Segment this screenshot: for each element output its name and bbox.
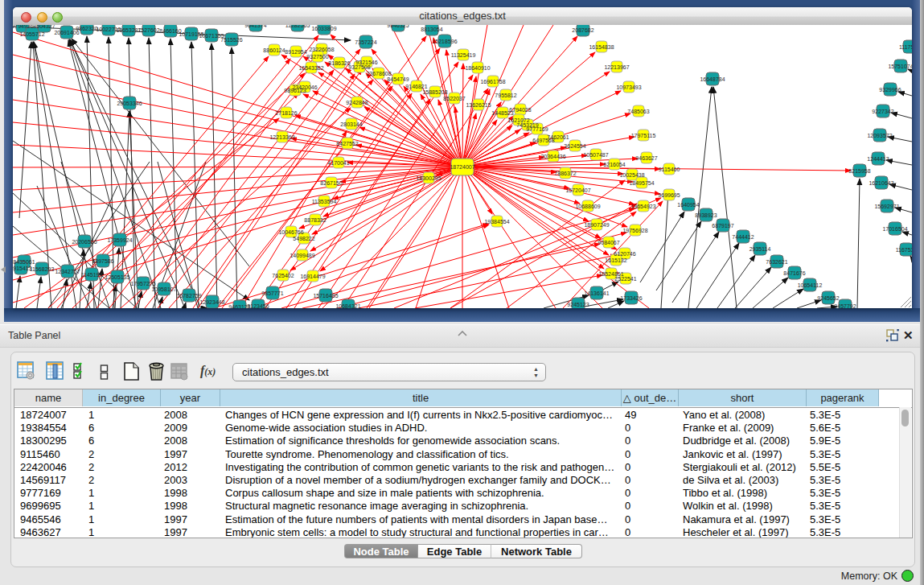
- svg-text:9457792: 9457792: [834, 303, 856, 309]
- svg-text:9327500: 9327500: [306, 54, 328, 60]
- svg-text:1244413: 1244413: [867, 156, 889, 162]
- svg-text:16210643: 16210643: [869, 180, 893, 186]
- svg-text:8435061: 8435061: [13, 259, 35, 265]
- svg-text:2522541: 2522541: [614, 276, 636, 282]
- svg-text:17975115: 17975115: [631, 133, 656, 138]
- svg-text:16154838: 16154838: [589, 44, 614, 50]
- svg-text:9245123: 9245123: [567, 302, 589, 307]
- svg-text:18724007: 18724007: [450, 164, 474, 170]
- svg-text:2087682: 2087682: [572, 27, 593, 33]
- svg-text:8938923: 8938923: [695, 212, 717, 218]
- svg-text:11282565: 11282565: [285, 25, 310, 28]
- svg-text:10046766: 10046766: [278, 229, 303, 235]
- svg-text:10973493: 10973493: [616, 84, 641, 90]
- svg-text:7632621: 7632621: [766, 259, 787, 265]
- svg-text:1527602: 1527602: [138, 27, 159, 33]
- svg-text:2935114: 2935114: [749, 246, 771, 252]
- svg-text:18495754: 18495754: [629, 180, 654, 186]
- svg-text:9641374: 9641374: [244, 25, 266, 28]
- svg-text:16782759: 16782759: [176, 293, 201, 299]
- svg-text:7955812: 7955812: [495, 93, 516, 98]
- svg-text:9699695: 9699695: [658, 192, 680, 198]
- svg-text:7444412: 7444412: [732, 234, 754, 240]
- svg-text:13626215: 13626215: [466, 102, 491, 108]
- svg-text:9245652: 9245652: [817, 295, 839, 301]
- svg-text:12093572: 12093572: [867, 133, 892, 138]
- svg-text:16543382: 16543382: [298, 65, 323, 71]
- svg-text:9329966: 9329966: [879, 87, 901, 93]
- svg-text:6120746: 6120746: [614, 251, 635, 257]
- svg-text:9794926: 9794926: [13, 25, 34, 29]
- svg-text:12213369: 12213369: [269, 134, 294, 140]
- svg-text:14099489: 14099489: [290, 253, 314, 258]
- svg-text:9896123: 9896123: [284, 88, 306, 93]
- svg-text:16648784: 16648784: [700, 76, 725, 82]
- svg-text:1145194: 1145194: [81, 272, 103, 278]
- svg-text:9546325: 9546325: [387, 25, 409, 28]
- svg-text:17359924: 17359924: [107, 237, 132, 243]
- svg-text:29053346: 29053346: [117, 101, 142, 106]
- svg-text:11353594: 11353594: [312, 199, 337, 204]
- svg-text:7515526: 7515526: [220, 37, 242, 43]
- svg-text:8186326: 8186326: [328, 60, 350, 66]
- svg-text:1733426: 1733426: [620, 295, 642, 301]
- svg-text:15218596: 15218596: [432, 39, 457, 44]
- svg-text:19384554: 19384554: [484, 219, 509, 225]
- svg-text:15716485: 15716485: [313, 293, 338, 299]
- svg-text:18640910: 18640910: [465, 65, 490, 71]
- svg-text:9463627: 9463627: [635, 155, 657, 161]
- svg-text:4170041: 4170041: [327, 160, 349, 166]
- svg-text:15885208: 15885208: [422, 89, 447, 95]
- svg-text:9857771: 9857771: [261, 290, 283, 296]
- svg-text:10507487: 10507487: [583, 152, 608, 158]
- svg-text:8123456: 8123456: [247, 303, 269, 309]
- svg-text:10684321: 10684321: [335, 303, 360, 309]
- svg-text:14136141: 14136141: [584, 290, 609, 296]
- svg-text:8215958: 8215958: [848, 168, 870, 174]
- svg-text:15720407: 15720407: [565, 187, 590, 193]
- svg-text:8860124: 8860124: [263, 47, 285, 53]
- svg-text:8604327: 8604327: [33, 25, 55, 29]
- svg-text:9862320: 9862320: [76, 26, 97, 31]
- svg-text:10025438: 10025438: [619, 172, 644, 178]
- svg-text:8427552: 8427552: [336, 141, 358, 146]
- svg-text:17957275: 17957275: [130, 281, 155, 286]
- svg-text:10654112: 10654112: [798, 282, 823, 288]
- svg-text:15692971: 15692971: [874, 204, 899, 209]
- svg-text:12342757: 12342757: [55, 269, 80, 274]
- svg-text:7485063: 7485063: [627, 109, 649, 114]
- svg-text:12923448: 12923448: [199, 299, 224, 305]
- svg-text:2803144: 2803144: [340, 122, 362, 127]
- svg-text:19756928: 19756928: [622, 228, 647, 233]
- svg-text:9146821: 9146821: [405, 84, 427, 89]
- svg-text:14055712: 14055712: [19, 31, 44, 37]
- svg-text:15751074: 15751074: [888, 64, 912, 69]
- svg-text:20364436: 20364436: [540, 154, 565, 159]
- svg-text:18907249: 18907249: [584, 222, 609, 228]
- svg-text:17016504: 17016504: [882, 226, 907, 232]
- svg-text:8878332: 8878332: [304, 217, 326, 223]
- svg-text:11568293: 11568293: [30, 266, 55, 272]
- svg-text:8267150: 8267150: [320, 180, 342, 186]
- svg-text:8912954: 8912954: [285, 49, 306, 55]
- svg-text:7625402: 7625402: [272, 273, 294, 278]
- svg-text:9242848: 9242848: [346, 100, 368, 105]
- svg-text:7357224: 7357224: [355, 39, 376, 45]
- svg-text:18300295: 18300295: [416, 175, 441, 181]
- svg-text:9321546: 9321546: [355, 60, 377, 65]
- svg-text:6879197: 6879197: [712, 223, 733, 229]
- svg-text:20206556: 20206556: [72, 239, 97, 245]
- svg-text:1615132: 1615132: [605, 257, 626, 263]
- svg-text:9115460: 9115460: [659, 167, 680, 172]
- svg-text:6216054: 6216054: [603, 162, 625, 167]
- svg-text:9897586: 9897586: [92, 258, 113, 264]
- svg-text:19654923: 19654923: [630, 204, 655, 209]
- svg-text:16914479: 16914479: [300, 274, 325, 279]
- svg-text:12505135: 12505135: [105, 274, 129, 280]
- svg-text:2718126: 2718126: [275, 110, 297, 116]
- svg-text:8813054: 8813054: [421, 27, 442, 32]
- svg-text:8454749: 8454749: [387, 76, 409, 82]
- svg-text:6497568: 6497568: [532, 138, 554, 143]
- svg-text:10688609: 10688609: [575, 204, 600, 209]
- svg-text:12213967: 12213967: [604, 64, 629, 70]
